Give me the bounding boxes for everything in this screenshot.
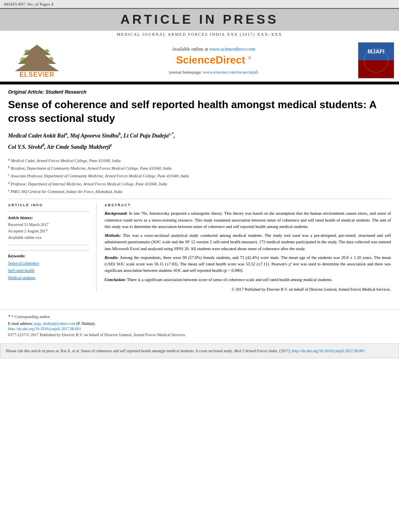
abstract-background: Background: In late 70s, Antonovsky prop… bbox=[105, 210, 391, 230]
sup-e: e bbox=[110, 143, 112, 148]
email-line: E-mail address: puja_dudeja@yahoo.com (P… bbox=[8, 321, 391, 326]
methods-text: This was a cross-sectional analytical st… bbox=[105, 233, 391, 251]
doi-link[interactable]: http://dx.doi.org/10.1016/j.mjafi.2017.0… bbox=[8, 327, 391, 331]
article-info-column: ARTICLE INFO Article history: Received 3… bbox=[8, 203, 97, 292]
background-text: In late 70s, Antonovsky proposed a salut… bbox=[105, 211, 391, 229]
keywords-section: Keywords: Sense of coherence Self rated … bbox=[8, 250, 90, 281]
affiliation-b: b Resident, Department of Community Medi… bbox=[8, 164, 391, 171]
top-bar: MJAFI-897; No. of Pages 4 bbox=[0, 0, 399, 8]
article-in-press-title: ARTICLE IN PRESS bbox=[0, 12, 399, 27]
affiliation-e: e PMO, HQ Central Air Command, Indian Ai… bbox=[8, 188, 391, 195]
conclusion-label: Conclusion: bbox=[105, 277, 126, 282]
sciencedirect-logo: ScienceDirect ® bbox=[77, 54, 350, 66]
header-section: ELSEVIER Available online at www.science… bbox=[0, 39, 399, 83]
svg-point-5 bbox=[20, 57, 26, 63]
article-history-label: Article history: bbox=[8, 216, 90, 220]
svg-point-3 bbox=[25, 49, 29, 54]
abstract-methods: Methods: This was a cross-sectional anal… bbox=[105, 232, 391, 252]
sciencedirect-url[interactable]: www.sciencedirect.com bbox=[209, 46, 255, 52]
sup-d: d bbox=[42, 143, 44, 148]
journal-homepage: journal homepage: www.elsevier.com/locat… bbox=[77, 70, 350, 74]
authors-line: Medical Cadet Ankit Raia, Maj Apoorva Si… bbox=[8, 131, 391, 141]
article-type: Original Article: Student Research bbox=[8, 89, 391, 95]
available-online-text: Available online at www.sciencedirect.co… bbox=[77, 46, 350, 52]
affiliation-d: d Professor, Department of Internal Medi… bbox=[8, 180, 391, 187]
author-1: Medical Cadet Ankit Rai bbox=[8, 133, 65, 139]
citation-text: Please cite this article in press as: Ra… bbox=[6, 348, 393, 354]
center-header: Available online at www.sciencedirect.co… bbox=[69, 46, 358, 74]
article-in-press-banner: ARTICLE IN PRESS bbox=[0, 8, 399, 31]
two-column-layout: ARTICLE INFO Article history: Received 3… bbox=[8, 203, 391, 292]
results-label: Results: bbox=[105, 255, 119, 260]
citation-doi-link[interactable]: http://dx.doi.org/10.1016/j.mjafi.2017.0… bbox=[292, 349, 365, 353]
sciencedirect-text: ScienceDirect bbox=[176, 54, 245, 66]
sup-a: a bbox=[65, 132, 67, 136]
abstract-column: ABSTRACT Background: In late 70s, Antono… bbox=[105, 203, 391, 292]
email-link[interactable]: puja_dudeja@yahoo.com bbox=[34, 321, 75, 326]
thin-divider-2 bbox=[8, 211, 90, 212]
svg-point-6 bbox=[49, 57, 53, 62]
background-label: Background: bbox=[105, 211, 128, 216]
journal-homepage-url[interactable]: www.elsevier.com/locate/mjafi bbox=[203, 70, 258, 74]
conclusion-text: There is a significant association betwe… bbox=[127, 277, 333, 282]
elsevier-wordmark: ELSEVIER bbox=[19, 71, 54, 78]
results-text: Among the respondents, there were 99 (57… bbox=[105, 255, 391, 273]
accepted-date: Accepted 2 August 2017 bbox=[8, 228, 90, 234]
affiliation-a: a Medical Cadet, Armed Forces Medical Co… bbox=[8, 157, 391, 164]
license-line: 0377-1237/© 2017 Published by Elsevier B… bbox=[8, 333, 391, 337]
article-section: Original Article: Student Research Sense… bbox=[0, 84, 399, 297]
journal-name-bar: MEDICAL JOURNAL ARMED FORCES INDIA XXX (… bbox=[0, 31, 399, 39]
thin-divider-1 bbox=[8, 199, 391, 199]
manuscript-id: MJAFI-897; No. of Pages 4 bbox=[4, 2, 53, 6]
keyword-2[interactable]: Self rated health bbox=[8, 267, 90, 274]
email-person-note: (P. Dudeja). bbox=[76, 321, 96, 326]
abstract-heading: ABSTRACT bbox=[105, 203, 391, 207]
mjafi-logo: MJAFI bbox=[358, 42, 394, 78]
elsevier-tree-icon bbox=[13, 44, 61, 71]
article-title: Sense of coherence and self reported hea… bbox=[8, 98, 391, 125]
keyword-1[interactable]: Sense of coherence bbox=[8, 260, 90, 267]
corresponding-note: * * Corresponding author. bbox=[8, 314, 391, 320]
elsevier-logo: ELSEVIER bbox=[5, 42, 69, 78]
received-date: Received 31 March 2017 bbox=[8, 222, 90, 228]
copyright-line: © 2017 Published by Elsevier B.V. on beh… bbox=[105, 286, 391, 293]
abstract-text: Background: In late 70s, Antonovsky prop… bbox=[105, 210, 391, 292]
available-online: Available online xxx bbox=[8, 234, 90, 241]
article-info-heading: ARTICLE INFO bbox=[8, 203, 90, 207]
citation-box: Please cite this article in press as: Ra… bbox=[0, 343, 399, 358]
footer-section: * * Corresponding author. E-mail address… bbox=[0, 309, 399, 337]
thin-divider-3 bbox=[8, 245, 90, 245]
keywords-label: Keywords: bbox=[8, 254, 90, 258]
citation-journal: Med J Armed Forces India. bbox=[234, 349, 278, 353]
keyword-3[interactable]: Medical students bbox=[8, 274, 90, 281]
abstract-conclusion: Conclusion: There is a significant assoc… bbox=[105, 277, 391, 283]
methods-label: Methods: bbox=[105, 233, 121, 238]
journal-full-name: MEDICAL JOURNAL ARMED FORCES INDIA XXX (… bbox=[117, 32, 282, 37]
authors-line-2: Col Y.S. Sirohid, Air Cmde Sandip Mukher… bbox=[8, 142, 391, 152]
affiliation-c: c Associate Professor, Department of Com… bbox=[8, 172, 391, 179]
sup-b: b bbox=[119, 132, 121, 136]
sup-c-star: c,* bbox=[169, 132, 173, 136]
affiliations: a Medical Cadet, Armed Forces Medical Co… bbox=[8, 157, 391, 195]
abstract-results: Results: Among the respondents, there we… bbox=[105, 255, 391, 274]
authors-section: Medical Cadet Ankit Raia, Maj Apoorva Si… bbox=[8, 131, 391, 152]
svg-point-7 bbox=[364, 48, 388, 72]
mjafi-decoration-icon bbox=[360, 44, 392, 76]
svg-point-4 bbox=[45, 49, 49, 53]
